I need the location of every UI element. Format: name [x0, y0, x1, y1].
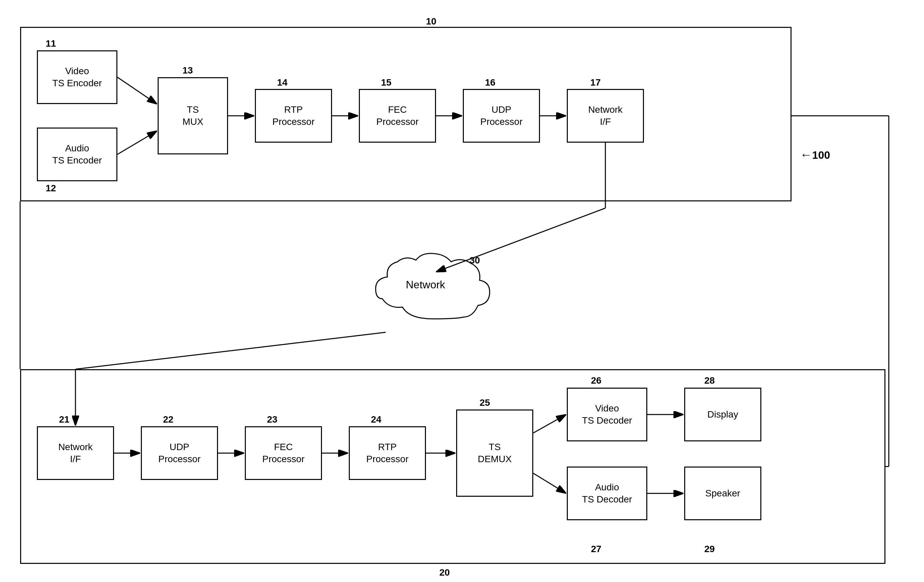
block-fec-processor-rx: FECProcessor: [245, 426, 322, 480]
ref-15: 15: [381, 77, 391, 88]
block-network-if-rx: NetworkI/F: [37, 426, 114, 480]
ref-24: 24: [371, 414, 381, 425]
system-100-label: ←100: [800, 148, 830, 162]
ref-17: 17: [590, 77, 601, 88]
ref-16: 16: [485, 77, 495, 88]
ref-30: 30: [470, 255, 480, 266]
ref-26: 26: [591, 375, 601, 386]
ref-14: 14: [277, 77, 287, 88]
ref-10: 10: [426, 16, 436, 27]
ref-21: 21: [59, 414, 69, 425]
block-video-ts-encoder: VideoTS Encoder: [37, 50, 117, 104]
block-rtp-processor-rx: RTPProcessor: [349, 426, 426, 480]
block-udp-processor-tx: UDPProcessor: [463, 89, 540, 143]
block-display: Display: [684, 388, 761, 441]
ref-28: 28: [704, 375, 715, 386]
ref-25: 25: [480, 397, 490, 408]
ref-29: 29: [704, 544, 715, 554]
block-ts-demux: TSDEMUX: [456, 410, 533, 497]
ref-27: 27: [591, 544, 601, 554]
block-fec-processor-tx: FECProcessor: [359, 89, 436, 143]
block-udp-processor-rx: UDPProcessor: [141, 426, 218, 480]
block-audio-ts-encoder: AudioTS Encoder: [37, 127, 117, 181]
diagram: ←100 10 VideoTS Encoder 11 AudioTS Encod…: [0, 0, 924, 582]
svg-line-9: [76, 332, 386, 369]
ref-11: 11: [46, 38, 56, 49]
block-video-ts-decoder: VideoTS Decoder: [567, 388, 647, 441]
block-speaker: Speaker: [684, 466, 761, 520]
ref-23: 23: [267, 414, 277, 425]
network-label: Network: [406, 279, 445, 291]
block-audio-ts-decoder: AudioTS Decoder: [567, 466, 647, 520]
network-cloud: Network 30: [369, 252, 497, 334]
block-rtp-processor-tx: RTPProcessor: [255, 89, 332, 143]
ref-22: 22: [163, 414, 173, 425]
ref-13: 13: [182, 65, 193, 76]
block-network-if-tx: NetworkI/F: [567, 89, 644, 143]
block-ts-mux: TSMUX: [158, 77, 228, 154]
ref-20: 20: [439, 567, 450, 578]
ref-12: 12: [46, 183, 56, 193]
